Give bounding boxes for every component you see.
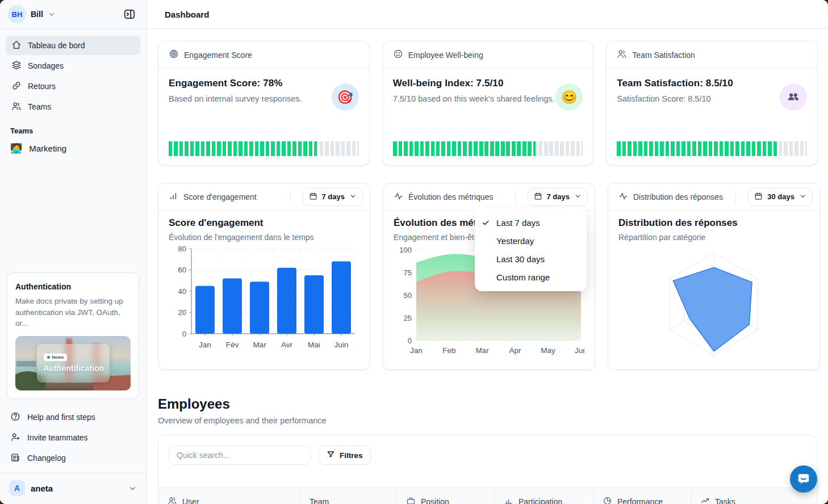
invite-icon: [10, 432, 20, 444]
two-people-icon: [787, 90, 800, 104]
calendar-icon: [309, 192, 317, 202]
stat-cards-row: Engagement Score Engagement Score: 78% B…: [158, 41, 818, 166]
sidebar-item-teams[interactable]: Teams: [6, 97, 140, 116]
card-body: Distribution des réponses Répartition pa…: [608, 211, 819, 363]
smile-icon: [393, 49, 403, 61]
divider: [290, 190, 291, 204]
range-dropdown-menu: Last 7 days Yesterday Last 30 days Custo…: [475, 208, 587, 291]
svg-text:Apr: Apr: [509, 346, 521, 355]
responses-radar-chart: [618, 244, 809, 363]
svg-text:60: 60: [178, 266, 186, 274]
sidebar-section-teams: Teams: [0, 117, 146, 140]
chevron-down-icon: [128, 484, 137, 493]
sidebar-item-invite[interactable]: Invite teammates: [0, 427, 146, 448]
collapse-sidebar-icon[interactable]: [121, 6, 138, 23]
svg-text:Jan: Jan: [199, 341, 211, 349]
divider: [515, 190, 516, 204]
svg-text:0: 0: [182, 330, 186, 338]
progress-fill: [169, 141, 317, 156]
sidebar-nav: Tableau de bord Sondages Retours Teams: [0, 29, 146, 117]
employees-subtitle: Overview of employees and their performa…: [158, 416, 818, 425]
card-header: Distribution des réponses 30 days: [608, 183, 819, 211]
table-header-row: User Team Position Participation: [158, 488, 817, 504]
engagement-chart-card: Score d'engagement 7 days Score d'engage…: [158, 183, 370, 370]
technologist-emoji-icon: 🧑‍💻: [10, 144, 22, 153]
menu-item-custom-range[interactable]: Custom range: [475, 268, 587, 286]
smile-emoji-badge: 😊: [555, 83, 583, 111]
calendar-icon: [754, 192, 763, 202]
sidebar-item-label: Tableau de bord: [28, 41, 85, 50]
progress-bar: [169, 141, 359, 156]
card-header: Score d'engagement 7 days: [158, 183, 370, 211]
sidebar-item-surveys[interactable]: Sondages: [6, 56, 140, 75]
promo-card: Authentication Make docs private by sett…: [7, 272, 139, 399]
check-icon: [482, 219, 496, 227]
sidebar-item-label: Sondages: [28, 61, 64, 70]
workspace-avatar: BH: [8, 5, 26, 23]
help-icon: [10, 411, 20, 423]
menu-item-last-7-days[interactable]: Last 7 days: [475, 213, 587, 232]
changelog-icon: [10, 452, 20, 464]
chevron-down-icon: [349, 192, 357, 201]
chevron-down-icon: [48, 10, 56, 18]
team-icon-badge: [780, 83, 807, 111]
bar-chart-icon: [504, 496, 513, 504]
svg-text:50: 50: [404, 291, 412, 300]
card-body: Team Satisfaction: 8.5/10 Satisfaction S…: [607, 69, 817, 165]
svg-text:20: 20: [178, 308, 186, 317]
calendar-icon: [534, 192, 542, 202]
svg-text:Avr: Avr: [281, 341, 293, 349]
link-icon: [11, 81, 22, 93]
menu-item-yesterday[interactable]: Yesterday: [475, 232, 587, 250]
news-badge: News: [44, 354, 68, 361]
svg-text:Mar: Mar: [253, 341, 266, 349]
filters-button[interactable]: Filtres: [319, 446, 371, 465]
card-header-label: Team Satisfaction: [632, 51, 695, 60]
sidebar-item-label: Teams: [28, 102, 51, 111]
range-selector-button[interactable]: 7 days: [303, 188, 363, 206]
sidebar-item-marketing[interactable]: 🧑‍💻 Marketing: [0, 140, 146, 157]
stat-title: Team Satisfaction: 8.5/10: [617, 78, 807, 89]
engagement-bar-chart: 020406080JanFévMarAvrMaiJuin: [169, 244, 359, 355]
card-header-label: Engagement Score: [184, 51, 252, 60]
workspace-name: Bill: [31, 10, 43, 19]
team-item-label: Marketing: [29, 144, 66, 153]
employees-title: Employees: [158, 396, 818, 412]
menu-item-last-30-days[interactable]: Last 30 days: [475, 250, 587, 268]
card-header-label: Employee Well-being: [408, 51, 483, 60]
svg-text:Mai: Mai: [308, 341, 320, 349]
chart-title: Distribution des réponses: [618, 217, 809, 229]
sidebar-item-feedback[interactable]: Retours: [6, 77, 140, 96]
svg-text:75: 75: [404, 268, 412, 277]
users-icon: [168, 496, 177, 504]
card-header: Engagement Score: [158, 41, 369, 69]
user-menu[interactable]: A aneta: [0, 473, 146, 504]
promo-body: Make docs private by setting up authenti…: [15, 296, 131, 329]
main-area: Dashboard Engagement Score Engagement Sc…: [147, 0, 828, 504]
svg-text:100: 100: [399, 246, 412, 254]
card-header-label: Score d'engagement: [183, 192, 257, 201]
card-header: Employee Well-being: [383, 41, 593, 69]
svg-text:40: 40: [178, 287, 186, 296]
trending-up-icon: [700, 496, 710, 504]
city-skyline-shape: [16, 361, 36, 367]
sidebar-item-dashboard[interactable]: Tableau de bord: [6, 36, 140, 55]
range-selector-button[interactable]: 30 days: [748, 188, 813, 206]
svg-text:0: 0: [408, 337, 412, 345]
workspace-switcher[interactable]: BH Bill: [0, 0, 146, 28]
card-header: Team Satisfaction: [607, 41, 817, 69]
sidebar-item-changelog[interactable]: Changelog: [0, 448, 146, 468]
promo-image[interactable]: News Authentification: [15, 336, 131, 390]
funnel-icon: [327, 450, 335, 460]
employees-table-card: Filtres User Team Position: [158, 435, 818, 504]
column-header-performance: Performance: [593, 488, 691, 504]
chat-widget-button[interactable]: [790, 465, 817, 493]
card-header-label: Évolution des métriques: [408, 192, 493, 201]
team-satisfaction-card: Team Satisfaction Team Satisfaction: 8.5…: [606, 41, 818, 166]
sidebar-item-help[interactable]: Help and first steps: [0, 407, 146, 427]
search-input[interactable]: [169, 446, 311, 465]
range-selector-button[interactable]: 7 days: [528, 188, 588, 206]
chart-title: Score d'engagement: [169, 217, 359, 229]
table-toolbar: Filtres: [158, 435, 817, 475]
progress-fill: [393, 141, 536, 156]
